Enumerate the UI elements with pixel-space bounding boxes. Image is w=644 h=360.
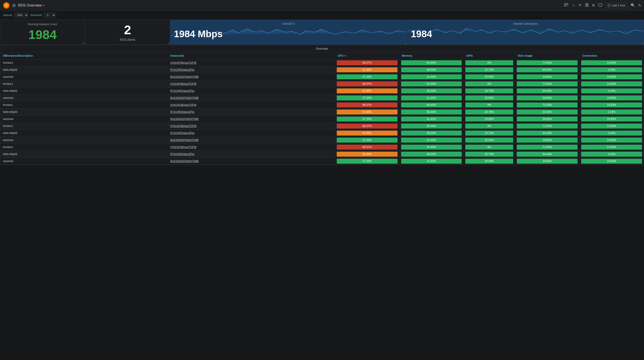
svg-rect-5: [566, 4, 568, 4]
cell-instanceid[interactable]: R7ACtRQlrdpAZPjg: [168, 130, 335, 137]
svg-rect-11: [598, 4, 602, 6]
cell-memory: 66.00%: [399, 108, 464, 116]
cell-instanceid[interactable]: hYkQvP38AguiTSFW: [168, 60, 335, 66]
table-row: foorbar1 hYkQvP38AguiTSFW 96.57% 60.40% …: [0, 102, 644, 108]
cell-memory: 31.42%: [399, 116, 464, 123]
settings-button[interactable]: ⚙: [592, 3, 595, 8]
cell-connection: 19.90%: [579, 74, 644, 80]
cell-cpu: 96.57%: [335, 102, 399, 108]
cell-description: hello-kitty02: [0, 151, 168, 158]
time-picker[interactable]: Last 1 hour: [606, 3, 628, 8]
resize-handle-3[interactable]: [404, 42, 406, 44]
overall-tx-panel: Overall Tx 1984 Mbps: [170, 20, 407, 45]
star-button[interactable]: ☆: [572, 3, 575, 8]
cell-instanceid[interactable]: R7ACtRQlrdpAZPjg: [168, 151, 335, 158]
cell-iops: 25.65%: [464, 116, 515, 123]
cell-description: hello-kitty02: [0, 130, 168, 137]
share-button[interactable]: [578, 3, 582, 8]
cell-description: foorbar1: [0, 123, 168, 130]
rds-alerts-value: 2: [89, 23, 166, 37]
grafana-logo: [3, 2, 10, 9]
save-button[interactable]: [585, 3, 589, 8]
col-header-memory[interactable]: Memory: [399, 52, 464, 60]
resize-handle-4[interactable]: [642, 42, 643, 44]
cell-instanceid[interactable]: BAZ4Gb52FAMJH7WB: [168, 137, 335, 144]
cell-disk: 71.50%: [515, 80, 579, 88]
cell-cpu: 96.57%: [335, 80, 399, 88]
zoom-button[interactable]: 🔍: [630, 3, 635, 8]
cell-instanceid[interactable]: R7ACtRQlrdpAZPjg: [168, 66, 335, 74]
cell-instanceid[interactable]: BAZ4Gb52FAMJH7WB: [168, 74, 335, 80]
cell-connection: 19.90%: [579, 137, 644, 144]
running-instance-value: 1984: [4, 28, 81, 42]
col-header-description[interactable]: DBInstanceDescription: [0, 52, 168, 60]
cell-description: automan: [0, 158, 168, 165]
tv-mode-button[interactable]: [598, 4, 602, 8]
table-body: foorbar1 hYkQvP38AguiTSFW 96.57% 60.40% …: [0, 60, 644, 165]
cell-disk: 34.60%: [515, 74, 579, 80]
table-row: foorbar1 hYkQvP38AguiTSFW 96.57% 60.40% …: [0, 144, 644, 151]
cell-instanceid[interactable]: hYkQvP38AguiTSFW: [168, 123, 335, 130]
cell-instanceid[interactable]: R7ACtRQlrdpAZPjg: [168, 88, 335, 94]
cell-cpu: 96.57%: [335, 144, 399, 151]
threshold-label: threshold: [30, 14, 42, 17]
overall-tx-value: 1984 Mbps: [174, 28, 223, 40]
cell-memory: 66.00%: [399, 66, 464, 74]
col-header-disk[interactable]: Disk Usage: [515, 52, 579, 60]
table-row: automan BAZ4Gb52FAMJH7WB 37.20% 31.42% 2…: [0, 116, 644, 123]
cell-memory: 60.40%: [399, 80, 464, 88]
resize-handle-2[interactable]: [168, 42, 170, 44]
resize-handle-1[interactable]: [82, 42, 84, 44]
cell-disk: 64.40%: [515, 108, 579, 116]
cell-instanceid[interactable]: BAZ4Gb52FAMJH7WB: [168, 94, 335, 102]
cell-instanceid[interactable]: hYkQvP38AguiTSFW: [168, 80, 335, 88]
cell-connection: 1.04%: [579, 88, 644, 94]
col-header-connection[interactable]: Connection: [579, 52, 644, 60]
col-header-instanceid[interactable]: instanceId: [168, 52, 335, 60]
cell-instanceid[interactable]: BAZ4Gb52FAMJH7WB: [168, 116, 335, 123]
table-header: DBInstanceDescription instanceId CPU ▼ M…: [0, 52, 644, 60]
cell-description: foorbar1: [0, 60, 168, 66]
cell-instanceid[interactable]: R7ACtRQlrdpAZPjg: [168, 108, 335, 116]
col-header-iops[interactable]: IOPS: [464, 52, 515, 60]
navbar-actions: + ☆ ⚙: [564, 3, 641, 8]
apps-icon[interactable]: ⊞: [12, 3, 16, 8]
refresh-button[interactable]: ↻: [638, 3, 641, 8]
table-row: automan BAZ4Gb52FAMJH7WB 37.20% 31.42% 2…: [0, 74, 644, 80]
cell-connection: 14.50%: [579, 144, 644, 151]
cell-instanceid[interactable]: hYkQvP38AguiTSFW: [168, 144, 335, 151]
cell-connection: 19.90%: [579, 158, 644, 165]
cell-disk: 34.60%: [515, 116, 579, 123]
cell-connection: 1.04%: [579, 108, 644, 116]
cell-cpu: 61.86%: [335, 88, 399, 94]
cell-disk: 34.60%: [515, 94, 579, 102]
cell-cpu: 37.20%: [335, 94, 399, 102]
cell-connection: 1.04%: [579, 151, 644, 158]
cell-iops: 25.65%: [464, 137, 515, 144]
cell-iops: 20.79%: [464, 88, 515, 94]
svg-text:+: +: [567, 5, 568, 7]
cell-iops: 25.65%: [464, 94, 515, 102]
interval-select[interactable]: 10m 5m 1m 30m: [14, 13, 28, 18]
threshold-select[interactable]: 0 10 20 50: [44, 13, 56, 18]
add-panel-button[interactable]: +: [564, 3, 569, 8]
cell-disk: 71.50%: [515, 102, 579, 108]
cell-connection: 1.04%: [579, 130, 644, 137]
col-header-cpu[interactable]: CPU ▼: [335, 52, 399, 60]
cell-connection: 14.50%: [579, 123, 644, 130]
cell-disk: 34.60%: [515, 137, 579, 144]
table-row: hello-kitty02 R7ACtRQlrdpAZPjg 61.86% 66…: [0, 66, 644, 74]
cell-instanceid[interactable]: hYkQvP38AguiTSFW: [168, 102, 335, 108]
title-chevron[interactable]: ▾: [43, 4, 44, 7]
rds-alerts-panel: 2 RDS Alerts: [85, 20, 170, 45]
overall-connections-panel: Overall Connections 1984: [407, 20, 644, 45]
overall-connections-value: 1984: [411, 28, 432, 40]
cell-disk: 71.50%: [515, 60, 579, 66]
cell-instanceid[interactable]: BAZ4Gb52FAMJH7WB: [168, 158, 335, 165]
cell-disk: 64.40%: [515, 130, 579, 137]
cell-cpu: 37.20%: [335, 137, 399, 144]
overall-tx-title: Overall Tx: [170, 22, 407, 26]
svg-rect-4: [564, 4, 566, 4]
cell-memory: 66.00%: [399, 130, 464, 137]
table-row: foorbar1 hYkQvP38AguiTSFW 96.57% 60.40% …: [0, 123, 644, 130]
